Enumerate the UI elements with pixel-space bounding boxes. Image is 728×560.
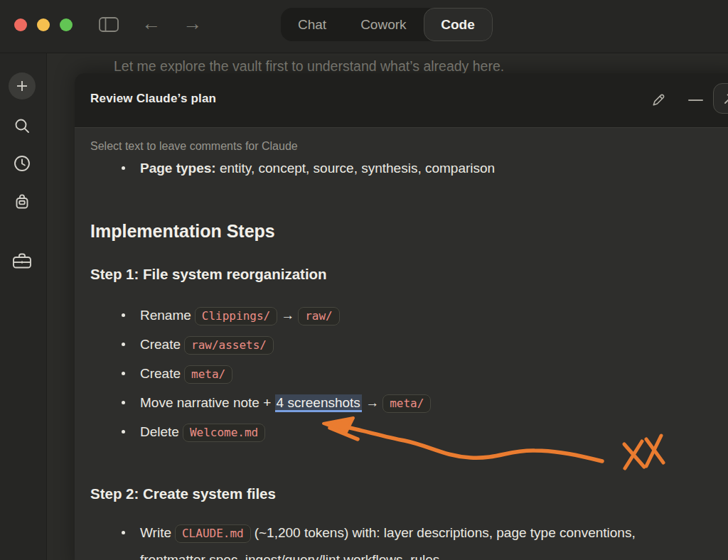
back-arrow-icon[interactable]: ← — [141, 14, 161, 33]
section-heading: Implementation Steps — [90, 219, 726, 243]
forward-arrow-icon[interactable]: → — [183, 14, 202, 33]
app-sidebar — [0, 53, 47, 560]
step1-heading: Step 1: File system reorganization — [90, 264, 726, 284]
text-segment: Move narrative note + — [140, 395, 275, 410]
inline-code: CLAUDE.md — [175, 524, 251, 543]
bullet-dot — [122, 166, 125, 170]
tools-button[interactable] — [9, 247, 36, 274]
history-button[interactable] — [9, 150, 36, 177]
bullet-dot — [122, 430, 125, 434]
new-chat-button[interactable] — [9, 72, 36, 99]
text-segment: entity, concept, source, synthesis, comp… — [216, 161, 496, 176]
panel-header: Review Claude’s plan — [75, 73, 728, 128]
minimize-panel-button[interactable] — [684, 89, 707, 112]
panel-title: Review Claude’s plan — [90, 92, 216, 106]
tab-code[interactable]: Code — [424, 8, 493, 41]
search-icon — [13, 117, 31, 135]
arrow-up-right-icon — [722, 91, 728, 107]
list-item: Move narrative note + 4 screenshots →met… — [90, 389, 726, 418]
agents-button[interactable] — [9, 189, 36, 216]
inline-code: Clippings/ — [195, 307, 277, 325]
minus-icon — [688, 99, 703, 101]
list-item-text: RenameClippings/→raw/ — [140, 301, 343, 330]
bot-icon — [13, 193, 31, 212]
list-item-text: Move narrative note + 4 screenshots →met… — [140, 389, 434, 418]
list-item-text: WriteCLAUDE.md(~1,200 tokens) with: laye… — [140, 519, 698, 560]
zoom-window-button[interactable] — [60, 18, 73, 31]
clock-icon — [13, 154, 31, 173]
edit-plan-button[interactable] — [647, 89, 670, 112]
list-item: WriteCLAUDE.md(~1,200 tokens) with: laye… — [90, 519, 726, 560]
inline-code: Welcome.md — [183, 424, 265, 442]
inline-code: raw/assets/ — [184, 336, 274, 355]
chat-message-text: Let me explore the vault first to unders… — [114, 58, 504, 75]
text-segment: Delete — [140, 424, 179, 439]
bullet-list-step1: RenameClippings/→raw/Createraw/assets/Cr… — [90, 301, 726, 447]
tab-cowork[interactable]: Cowork — [343, 17, 423, 33]
bold-text: Page types: — [140, 161, 216, 176]
selected-text-highlight[interactable]: 4 screenshots — [275, 394, 362, 412]
list-item: Page types: entity, concept, source, syn… — [90, 158, 726, 179]
bullet-dot — [122, 343, 125, 346]
text-segment: Create — [140, 337, 181, 352]
list-item-text: Createmeta/ — [140, 360, 236, 389]
search-button[interactable] — [9, 112, 36, 139]
text-segment: → — [362, 395, 379, 410]
tab-chat[interactable]: Chat — [281, 17, 343, 33]
bullet-list-step2: WriteCLAUDE.md(~1,200 tokens) with: laye… — [90, 519, 726, 560]
list-item-text: Page types: entity, concept, source, syn… — [140, 158, 495, 179]
list-item: DeleteWelcome.md — [90, 418, 726, 447]
plan-document: Select text to leave comments for Claude… — [75, 128, 728, 560]
open-in-new-button[interactable] — [713, 83, 728, 114]
list-item: RenameClippings/→raw/ — [90, 301, 726, 330]
text-segment: Write — [140, 525, 171, 540]
close-window-button[interactable] — [14, 18, 27, 31]
plan-review-panel: Review Claude’s plan Select text to leav… — [75, 73, 728, 560]
pencil-icon — [650, 92, 667, 109]
briefcase-icon — [11, 252, 33, 270]
inline-code: raw/ — [298, 307, 340, 325]
app-window: ← → Chat Cowork Code — [0, 0, 728, 560]
bullet-dot — [122, 401, 125, 404]
bullet-dot — [122, 372, 125, 375]
list-item-text: Createraw/assets/ — [140, 330, 277, 360]
inline-code: meta/ — [184, 365, 232, 384]
list-item: Createmeta/ — [90, 360, 726, 389]
minimize-window-button[interactable] — [37, 18, 50, 31]
text-segment: Create — [140, 366, 181, 381]
text-segment: Rename — [140, 308, 191, 323]
plus-icon — [16, 80, 28, 92]
bullet-list-intro: Page types: entity, concept, source, syn… — [90, 158, 726, 179]
list-item-text: DeleteWelcome.md — [140, 418, 269, 447]
inline-code: meta/ — [382, 394, 431, 413]
title-bar: ← → Chat Cowork Code — [0, 0, 728, 53]
mode-tab-bar: Chat Cowork Code — [281, 8, 493, 41]
text-segment: → — [281, 308, 294, 323]
bullet-dot — [122, 313, 125, 317]
bullet-dot — [122, 531, 125, 534]
list-item: Createraw/assets/ — [90, 330, 726, 360]
step2-heading: Step 2: Create system files — [90, 484, 726, 504]
toggle-sidebar-icon[interactable] — [99, 17, 119, 33]
comment-hint-text: Select text to leave comments for Claude — [90, 139, 726, 154]
